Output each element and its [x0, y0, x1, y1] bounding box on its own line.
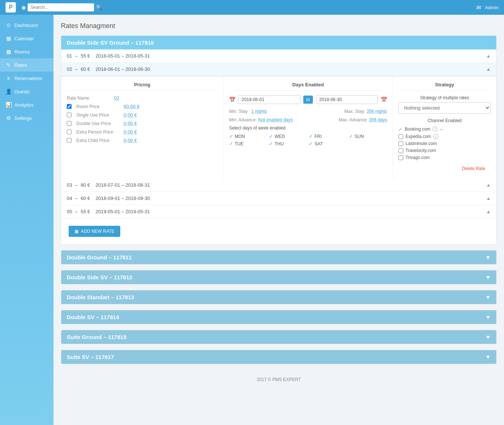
calendar-icon: ▦ — [6, 35, 11, 41]
sidebar-item-calendar[interactable]: ▦ Calendar — [0, 32, 53, 45]
max-stay-value[interactable]: 356 nights — [367, 109, 387, 114]
search-icon: ◉ — [21, 4, 26, 10]
sidebar-item-rooms[interactable]: ▩ Rooms — [0, 45, 53, 58]
extra-person-checkbox[interactable] — [67, 129, 72, 134]
stay-min-row: Min. Stay : 1 nights Max. Stay: 356 nigh… — [229, 108, 387, 114]
sidebar-item-reservations[interactable]: ≡ Reservations — [0, 72, 53, 85]
extra-child-label: Extra Child Price — [76, 138, 121, 143]
sidebar-label-reservations: Reservations — [14, 76, 42, 81]
rate-row-4[interactable]: 04 – 60 € 2018-09-01 – 2018-09-30 ▲ — [61, 192, 496, 205]
room-price-checkbox[interactable] — [67, 104, 72, 109]
room-header-6[interactable]: Suite Ground – 117815 ▼ — [61, 330, 496, 344]
channel-travelocity-label: Travelocity.com — [405, 148, 436, 153]
room2-expand-icon: ▼ — [485, 254, 491, 260]
single-use-checkbox[interactable] — [67, 113, 72, 117]
room4-expand-icon: ▼ — [485, 294, 491, 300]
collapse-icon-2: ▲ — [486, 66, 491, 72]
channel-lastminute: Lastminute.com — [398, 141, 491, 146]
extra-child-row: Extra Child Price 0,00 € — [67, 138, 218, 143]
settings-icon: ⚙ — [6, 115, 11, 121]
strategy-dropdown-label: Strategy of multiple rates — [398, 95, 491, 100]
room-section-1: Double Side SV Ground – 117810 01 – 55 €… — [61, 35, 497, 245]
booking-dash-icon[interactable]: – — [440, 126, 443, 132]
sidebar-item-dashboard[interactable]: ⊙ Dashboard — [0, 18, 53, 32]
rate-row-3[interactable]: 03 – 80 € 2018-07-01 – 2018-08-31 ▲ — [61, 179, 496, 192]
days-enabled-title: Days Enabled — [229, 82, 387, 91]
room-price-value[interactable]: 60,00 € — [124, 104, 139, 109]
expedia-info-icon[interactable]: i — [433, 134, 438, 139]
extra-child-value[interactable]: 0,00 € — [124, 138, 137, 143]
double-use-value[interactable]: 0,00 € — [124, 121, 137, 126]
cal-to-icon[interactable]: 📅 — [381, 97, 387, 103]
delete-rate-link[interactable]: Delete Rate — [462, 166, 485, 171]
day-wed: ✓ WED — [269, 134, 307, 139]
strategy-dropdown[interactable]: Nothing selected — [398, 102, 491, 114]
reservations-icon: ≡ — [6, 75, 11, 81]
collapse-icon-3: ▲ — [486, 182, 491, 188]
date-separator: to — [303, 96, 313, 104]
travelocity-checkbox[interactable] — [398, 148, 403, 153]
channel-expedia-label: Expedia.com — [405, 134, 431, 139]
rate-dates-2: 2018-06-01 – 2018-06-30 — [96, 66, 150, 72]
days-week-label: Select days of week enabled — [229, 125, 387, 131]
expedia-checkbox[interactable] — [398, 134, 403, 139]
lastminute-checkbox[interactable] — [398, 141, 403, 146]
max-advance-label: Max. Advance: — [339, 117, 368, 122]
trivago-checkbox[interactable] — [398, 155, 403, 160]
guests-icon: 👤 — [6, 89, 11, 94]
room-header-3[interactable]: Double Side SV – 117812 ▼ — [61, 270, 496, 284]
add-new-rate-button[interactable]: ▦ ADD NEW RATE — [69, 226, 120, 237]
rate-number-1: 01 — [67, 53, 72, 59]
room-header-5[interactable]: Double SV – 117814 ▼ — [61, 310, 496, 324]
advance-row: Min. Advance: Not enabled days Max. Adva… — [229, 117, 387, 122]
min-stay-value[interactable]: 1 nights — [251, 109, 267, 114]
min-advance-label: Min. Advance: — [229, 117, 257, 122]
max-advance-value[interactable]: 356 days — [369, 117, 387, 122]
single-use-label: Single Use Price — [76, 113, 121, 118]
footer-text: 2017 © PMS EXPERT — [257, 377, 301, 382]
room3-expand-icon: ▼ — [485, 274, 491, 280]
collapse-icon-4: ▲ — [486, 196, 491, 201]
rate-name-label: Rate Name — [67, 96, 111, 101]
rate-name-row: Rate Name 02 — [67, 95, 218, 101]
room-header-7[interactable]: Suite SV – 117817 ▼ — [61, 350, 496, 364]
room5-expand-icon: ▼ — [485, 314, 491, 320]
dashboard-icon: ⊙ — [6, 22, 11, 28]
sidebar-item-analytics[interactable]: 📊 Analytics — [0, 98, 53, 111]
main-content: Rates Managment Double Side SV Ground – … — [53, 15, 504, 425]
extra-person-value[interactable]: 0,00 € — [124, 129, 137, 135]
booking-info-icon[interactable]: i — [432, 127, 438, 132]
room7-expand-icon: ▼ — [485, 354, 491, 360]
footer: 2017 © PMS EXPERT — [61, 370, 497, 390]
rate-row-2[interactable]: 02 – 60 € 2018-06-01 – 2018-06-30 ▲ — [61, 63, 496, 76]
min-advance-value[interactable]: Not enabled days — [258, 117, 293, 122]
rate-row-1[interactable]: 01 – 55 € 2018-05-01 – 2018-05-31 ▲ — [61, 49, 496, 63]
pricing-title: Pricing — [67, 82, 218, 91]
rate-price-1: 55 € — [81, 53, 90, 59]
rate-name-value[interactable]: 02 — [114, 95, 119, 101]
sidebar-item-settings[interactable]: ⚙ Settings — [0, 111, 53, 125]
room-section-5: Double SV – 117814 ▼ — [61, 310, 497, 324]
rate-detail-2: Pricing Rate Name 02 Room Price 60,00 € … — [61, 76, 496, 179]
room-header-2[interactable]: Double Ground – 117811 ▼ — [61, 250, 496, 264]
room-header-4[interactable]: Double Standart – 117813 ▼ — [61, 290, 496, 304]
search-submit-icon[interactable]: 🔍 — [96, 4, 102, 10]
date-to-input[interactable] — [316, 95, 378, 104]
room-header-1[interactable]: Double Side SV Ground – 117810 — [61, 36, 496, 49]
day-tue: ✓ TUE — [229, 141, 267, 146]
add-rate-icon: ▦ — [75, 229, 79, 234]
rate-row-5[interactable]: 05 – 55 € 2019-05-01 – 2019-05-31 ▲ — [61, 205, 496, 218]
cal-from-icon[interactable]: 📅 — [229, 97, 235, 103]
sidebar-item-guests[interactable]: 👤 Guests — [0, 85, 53, 98]
sidebar: ⊙ Dashboard ▦ Calendar ▩ Rooms ✎ Rates ≡… — [0, 15, 53, 425]
mail-icon[interactable]: ✉ — [476, 4, 481, 11]
date-from-input[interactable] — [238, 95, 300, 104]
search-input[interactable] — [28, 3, 94, 11]
sidebar-item-rates[interactable]: ✎ Rates — [0, 58, 53, 72]
day-thu: ✓ THU — [269, 141, 307, 146]
room-section-3: Double Side SV – 117812 ▼ — [61, 270, 497, 284]
single-use-value[interactable]: 0,00 € — [124, 112, 137, 118]
channel-booking: ✓ Booking.com i – — [398, 126, 491, 132]
double-use-checkbox[interactable] — [67, 121, 72, 126]
extra-child-checkbox[interactable] — [67, 138, 72, 143]
